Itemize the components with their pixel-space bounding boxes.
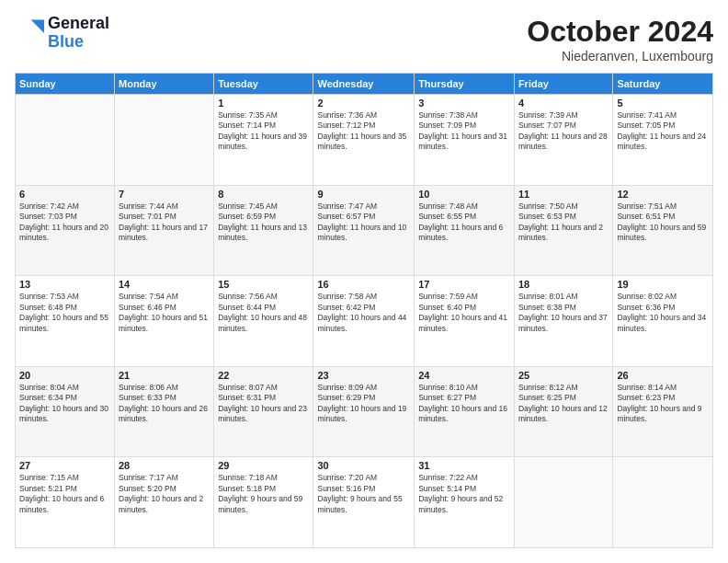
day-header-sunday: Sunday xyxy=(16,74,115,95)
calendar-week-row: 13Sunrise: 7:53 AMSunset: 6:48 PMDayligh… xyxy=(16,276,713,367)
day-number: 30 xyxy=(317,460,410,471)
day-number: 23 xyxy=(317,370,410,381)
day-number: 16 xyxy=(317,279,410,290)
day-info: Sunrise: 8:06 AMSunset: 6:33 PMDaylight:… xyxy=(119,383,210,425)
day-header-thursday: Thursday xyxy=(415,74,515,95)
calendar-cell: 27Sunrise: 7:15 AMSunset: 5:21 PMDayligh… xyxy=(16,457,115,548)
calendar-cell: 19Sunrise: 8:02 AMSunset: 6:36 PMDayligh… xyxy=(613,276,713,367)
calendar-cell: 31Sunrise: 7:22 AMSunset: 5:14 PMDayligh… xyxy=(415,457,515,548)
calendar-cell: 3Sunrise: 7:38 AMSunset: 7:09 PMDaylight… xyxy=(415,95,515,186)
day-header-saturday: Saturday xyxy=(613,74,713,95)
day-number: 18 xyxy=(518,279,609,290)
day-info: Sunrise: 7:44 AMSunset: 7:01 PMDaylight:… xyxy=(119,201,210,244)
calendar-cell xyxy=(115,95,214,186)
day-number: 29 xyxy=(218,460,309,471)
day-info: Sunrise: 8:14 AMSunset: 6:23 PMDaylight:… xyxy=(617,383,709,425)
calendar-week-row: 6Sunrise: 7:42 AMSunset: 7:03 PMDaylight… xyxy=(16,185,713,276)
day-info: Sunrise: 7:17 AMSunset: 5:20 PMDaylight:… xyxy=(119,473,210,515)
day-number: 4 xyxy=(518,98,609,109)
calendar-cell: 18Sunrise: 8:01 AMSunset: 6:38 PMDayligh… xyxy=(514,276,612,367)
day-number: 26 xyxy=(617,370,709,381)
day-info: Sunrise: 8:04 AMSunset: 6:34 PMDaylight:… xyxy=(19,383,110,425)
day-info: Sunrise: 7:20 AMSunset: 5:16 PMDaylight:… xyxy=(317,473,410,515)
day-info: Sunrise: 7:45 AMSunset: 6:59 PMDaylight:… xyxy=(218,201,309,244)
calendar-cell: 4Sunrise: 7:39 AMSunset: 7:07 PMDaylight… xyxy=(514,95,612,186)
day-info: Sunrise: 7:48 AMSunset: 6:55 PMDaylight:… xyxy=(418,201,510,244)
day-number: 9 xyxy=(317,189,410,200)
calendar-cell: 16Sunrise: 7:58 AMSunset: 6:42 PMDayligh… xyxy=(313,276,415,367)
calendar-cell: 10Sunrise: 7:48 AMSunset: 6:55 PMDayligh… xyxy=(415,185,515,276)
day-info: Sunrise: 7:47 AMSunset: 6:57 PMDaylight:… xyxy=(317,201,410,244)
calendar-cell: 24Sunrise: 8:10 AMSunset: 6:27 PMDayligh… xyxy=(415,366,515,457)
day-number: 2 xyxy=(317,98,410,109)
day-info: Sunrise: 8:01 AMSunset: 6:38 PMDaylight:… xyxy=(518,292,609,334)
page: General Blue October 2024 Niederanven, L… xyxy=(0,0,728,563)
day-number: 7 xyxy=(119,189,210,200)
day-header-monday: Monday xyxy=(115,74,214,95)
day-number: 8 xyxy=(218,189,309,200)
day-info: Sunrise: 7:41 AMSunset: 7:05 PMDaylight:… xyxy=(617,110,709,153)
day-info: Sunrise: 7:54 AMSunset: 6:46 PMDaylight:… xyxy=(119,292,210,334)
calendar-cell: 11Sunrise: 7:50 AMSunset: 6:53 PMDayligh… xyxy=(514,185,612,276)
day-info: Sunrise: 8:07 AMSunset: 6:31 PMDaylight:… xyxy=(218,383,309,425)
calendar-week-row: 1Sunrise: 7:35 AMSunset: 7:14 PMDaylight… xyxy=(16,95,713,186)
calendar-cell: 15Sunrise: 7:56 AMSunset: 6:44 PMDayligh… xyxy=(214,276,313,367)
header: General Blue October 2024 Niederanven, L… xyxy=(15,15,713,63)
calendar-cell xyxy=(514,457,612,548)
calendar-week-row: 27Sunrise: 7:15 AMSunset: 5:21 PMDayligh… xyxy=(16,457,713,548)
day-info: Sunrise: 7:36 AMSunset: 7:12 PMDaylight:… xyxy=(317,110,410,153)
calendar-cell: 17Sunrise: 7:59 AMSunset: 6:40 PMDayligh… xyxy=(415,276,515,367)
day-info: Sunrise: 7:51 AMSunset: 6:51 PMDaylight:… xyxy=(617,201,709,244)
day-number: 12 xyxy=(617,189,709,200)
logo-text: General Blue xyxy=(48,15,109,52)
day-info: Sunrise: 8:02 AMSunset: 6:36 PMDaylight:… xyxy=(617,292,709,334)
day-header-tuesday: Tuesday xyxy=(214,74,313,95)
day-number: 28 xyxy=(119,460,210,471)
calendar-cell: 21Sunrise: 8:06 AMSunset: 6:33 PMDayligh… xyxy=(115,366,214,457)
day-info: Sunrise: 7:15 AMSunset: 5:21 PMDaylight:… xyxy=(19,473,110,515)
day-number: 24 xyxy=(418,370,510,381)
svg-marker-1 xyxy=(31,19,44,32)
day-number: 11 xyxy=(518,189,609,200)
day-header-wednesday: Wednesday xyxy=(313,74,415,95)
day-number: 17 xyxy=(418,279,510,290)
day-number: 25 xyxy=(518,370,609,381)
calendar-week-row: 20Sunrise: 8:04 AMSunset: 6:34 PMDayligh… xyxy=(16,366,713,457)
calendar-cell: 7Sunrise: 7:44 AMSunset: 7:01 PMDaylight… xyxy=(115,185,214,276)
day-number: 14 xyxy=(119,279,210,290)
calendar-cell: 5Sunrise: 7:41 AMSunset: 7:05 PMDaylight… xyxy=(613,95,713,186)
day-number: 1 xyxy=(218,98,309,109)
calendar-cell xyxy=(16,95,115,186)
day-number: 20 xyxy=(19,370,110,381)
day-number: 27 xyxy=(19,460,110,471)
month-title: October 2024 xyxy=(527,15,713,49)
calendar-cell: 26Sunrise: 8:14 AMSunset: 6:23 PMDayligh… xyxy=(613,366,713,457)
day-info: Sunrise: 7:56 AMSunset: 6:44 PMDaylight:… xyxy=(218,292,309,334)
day-info: Sunrise: 7:38 AMSunset: 7:09 PMDaylight:… xyxy=(418,110,510,153)
location: Niederanven, Luxembourg xyxy=(527,49,713,63)
calendar-header-row: SundayMondayTuesdayWednesdayThursdayFrid… xyxy=(16,74,713,95)
day-info: Sunrise: 8:12 AMSunset: 6:25 PMDaylight:… xyxy=(518,383,609,425)
calendar-cell: 23Sunrise: 8:09 AMSunset: 6:29 PMDayligh… xyxy=(313,366,415,457)
day-number: 21 xyxy=(119,370,210,381)
day-info: Sunrise: 7:35 AMSunset: 7:14 PMDaylight:… xyxy=(218,110,309,153)
calendar-cell: 8Sunrise: 7:45 AMSunset: 6:59 PMDaylight… xyxy=(214,185,313,276)
calendar-cell: 9Sunrise: 7:47 AMSunset: 6:57 PMDaylight… xyxy=(313,185,415,276)
calendar-cell xyxy=(613,457,713,548)
logo: General Blue xyxy=(15,15,109,52)
day-info: Sunrise: 7:42 AMSunset: 7:03 PMDaylight:… xyxy=(19,201,110,244)
day-info: Sunrise: 7:39 AMSunset: 7:07 PMDaylight:… xyxy=(518,110,609,153)
logo-icon xyxy=(15,18,44,48)
day-number: 13 xyxy=(19,279,110,290)
calendar-cell: 25Sunrise: 8:12 AMSunset: 6:25 PMDayligh… xyxy=(514,366,612,457)
calendar-cell: 1Sunrise: 7:35 AMSunset: 7:14 PMDaylight… xyxy=(214,95,313,186)
calendar-cell: 22Sunrise: 8:07 AMSunset: 6:31 PMDayligh… xyxy=(214,366,313,457)
day-info: Sunrise: 7:18 AMSunset: 5:18 PMDaylight:… xyxy=(218,473,309,515)
day-header-friday: Friday xyxy=(514,74,612,95)
day-info: Sunrise: 7:53 AMSunset: 6:48 PMDaylight:… xyxy=(19,292,110,334)
day-info: Sunrise: 7:58 AMSunset: 6:42 PMDaylight:… xyxy=(317,292,410,334)
title-area: October 2024 Niederanven, Luxembourg xyxy=(527,15,713,63)
calendar-cell: 30Sunrise: 7:20 AMSunset: 5:16 PMDayligh… xyxy=(313,457,415,548)
day-number: 3 xyxy=(418,98,510,109)
day-number: 6 xyxy=(19,189,110,200)
